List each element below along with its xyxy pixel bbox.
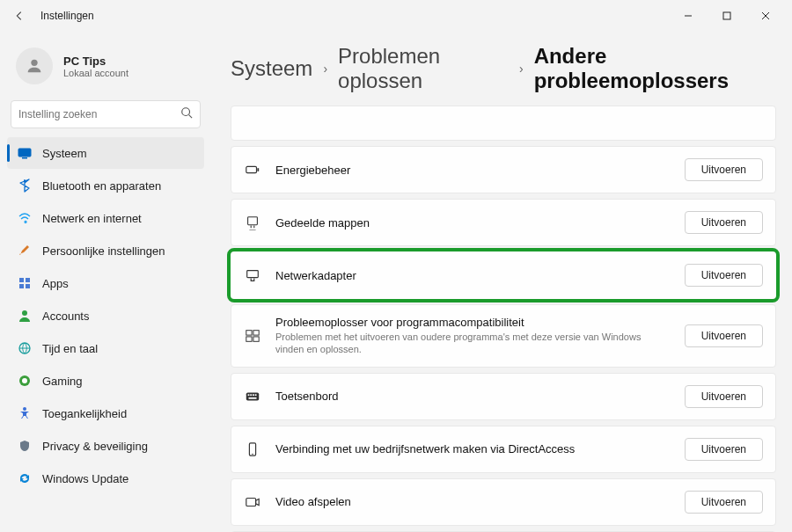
run-button[interactable]: Uitvoeren: [685, 158, 763, 181]
battery-icon: [244, 161, 261, 179]
shield-icon: [18, 439, 32, 453]
svg-rect-4: [22, 157, 27, 159]
troubleshooter-list: Uitvoeren Energiebeheer Uitvoeren Gedeel…: [231, 106, 776, 532]
search-icon: [180, 106, 193, 122]
breadcrumb-problemen[interactable]: Problemen oplossen: [338, 44, 509, 93]
apps-icon: [18, 276, 32, 290]
account-sub: Lokaal account: [63, 68, 128, 78]
svg-rect-6: [26, 278, 30, 282]
run-button[interactable]: Uitvoeren: [685, 324, 763, 347]
nav-item-tijd[interactable]: Tijd en taal: [7, 332, 204, 364]
nav-item-bluetooth[interactable]: Bluetooth en apparaten: [7, 170, 204, 201]
card-title: Gedeelde mappen: [275, 216, 671, 230]
nav-item-apps[interactable]: Apps: [7, 267, 204, 299]
nav-label: Accounts: [42, 310, 89, 323]
svg-rect-7: [19, 284, 24, 288]
card-video: Video afspelen Uitvoeren: [231, 478, 776, 526]
card-netwerkadapter: Netwerkadapter Uitvoeren: [231, 251, 776, 299]
card-cutoff-prev: Uitvoeren: [231, 106, 776, 141]
main-content: Systeem › Problemen oplossen › Andere pr…: [211, 32, 792, 532]
svg-rect-14: [246, 166, 257, 172]
video-icon: [244, 493, 261, 511]
card-title: Probleemoplosser voor programmacompatibi…: [275, 316, 671, 329]
nav-item-toegankelijkheid[interactable]: Toegankelijkheid: [7, 397, 204, 429]
svg-point-29: [252, 453, 253, 454]
avatar: [16, 47, 53, 84]
shared-folder-icon: [244, 214, 261, 231]
svg-point-1: [31, 60, 37, 66]
card-directaccess: Verbinding met uw bedrijfsnetwerk maken …: [231, 426, 776, 473]
svg-rect-25: [253, 394, 254, 396]
card-title: Verbinding met uw bedrijfsnetwerk maken …: [275, 442, 671, 455]
system-icon: [18, 146, 32, 160]
account-block[interactable]: PC Tips Lokaal account: [7, 39, 204, 97]
chevron-right-icon: ›: [323, 62, 327, 76]
account-name: PC Tips: [63, 55, 128, 68]
nav: Systeem Bluetooth en apparaten Netwerk e…: [7, 137, 204, 494]
svg-rect-24: [250, 394, 252, 396]
update-icon: [18, 471, 32, 485]
card-energiebeheer: Energiebeheer Uitvoeren: [231, 146, 776, 193]
run-button[interactable]: Uitvoeren: [685, 211, 763, 234]
nav-item-gaming[interactable]: Gaming: [7, 365, 204, 397]
card-title: Toetsenbord: [275, 390, 671, 403]
svg-rect-21: [253, 337, 259, 341]
back-button[interactable]: [7, 4, 32, 28]
card-title: Video afspelen: [275, 495, 671, 508]
svg-rect-22: [246, 392, 259, 400]
nav-item-persoonlijk[interactable]: Persoonlijke instellingen: [7, 235, 204, 266]
svg-rect-27: [249, 397, 257, 398]
search-input[interactable]: [18, 108, 180, 120]
breadcrumb: Systeem › Problemen oplossen › Andere pr…: [231, 44, 776, 93]
svg-rect-19: [253, 330, 259, 334]
card-toetsenbord: Toetsenbord Uitvoeren: [231, 373, 776, 420]
nav-item-accounts[interactable]: Accounts: [7, 300, 204, 332]
nav-item-privacy[interactable]: Privacy & beveiliging: [7, 430, 204, 462]
svg-rect-20: [246, 337, 252, 341]
window-title: Instellingen: [40, 10, 94, 22]
svg-rect-5: [19, 278, 24, 282]
close-button[interactable]: [746, 3, 785, 29]
nav-label: Netwerk en internet: [42, 212, 142, 225]
svg-rect-15: [257, 168, 259, 171]
accessibility-icon: [18, 406, 32, 420]
person-icon: [18, 309, 32, 323]
svg-point-13: [23, 407, 26, 411]
keyboard-icon: [244, 388, 261, 405]
run-button[interactable]: Uitvoeren: [685, 264, 763, 287]
search-box[interactable]: [11, 100, 201, 128]
nav-label: Apps: [42, 277, 69, 290]
card-gedeelde-mappen: Gedeelde mappen Uitvoeren: [231, 199, 776, 246]
run-button[interactable]: Uitvoeren: [685, 385, 763, 408]
card-title: Energiebeheer: [275, 164, 671, 177]
compatibility-icon: [244, 327, 261, 345]
bluetooth-icon: [18, 179, 32, 193]
nav-label: Privacy & beveiliging: [42, 440, 148, 453]
wifi-icon: [18, 211, 32, 225]
globe-icon: [18, 341, 32, 355]
svg-point-2: [182, 108, 190, 116]
run-button[interactable]: Uitvoeren: [685, 491, 763, 514]
titlebar: Instellingen: [0, 0, 792, 32]
gaming-icon: [18, 374, 32, 388]
phone-icon: [244, 441, 261, 458]
chevron-right-icon: ›: [519, 62, 524, 76]
nav-item-netwerk[interactable]: Netwerk en internet: [7, 202, 204, 234]
svg-rect-8: [26, 284, 30, 288]
nav-label: Tijd en taal: [42, 342, 98, 355]
network-adapter-icon: [244, 266, 261, 284]
nav-label: Bluetooth en apparaten: [42, 179, 161, 193]
nav-label: Gaming: [42, 375, 83, 388]
svg-point-12: [22, 378, 27, 383]
run-button[interactable]: Uitvoeren: [685, 438, 763, 461]
breadcrumb-systeem[interactable]: Systeem: [231, 56, 312, 81]
card-subtitle: Problemen met het uitvoeren van oudere p…: [275, 331, 671, 356]
svg-rect-26: [255, 394, 257, 396]
svg-rect-3: [18, 149, 31, 157]
svg-rect-17: [247, 271, 259, 278]
nav-item-systeem[interactable]: Systeem: [7, 137, 204, 169]
maximize-button[interactable]: [708, 3, 746, 29]
minimize-button[interactable]: [669, 3, 708, 29]
card-programmacompatibiliteit: Probleemoplosser voor programmacompatibi…: [231, 304, 776, 368]
nav-item-update[interactable]: Windows Update: [7, 463, 204, 494]
